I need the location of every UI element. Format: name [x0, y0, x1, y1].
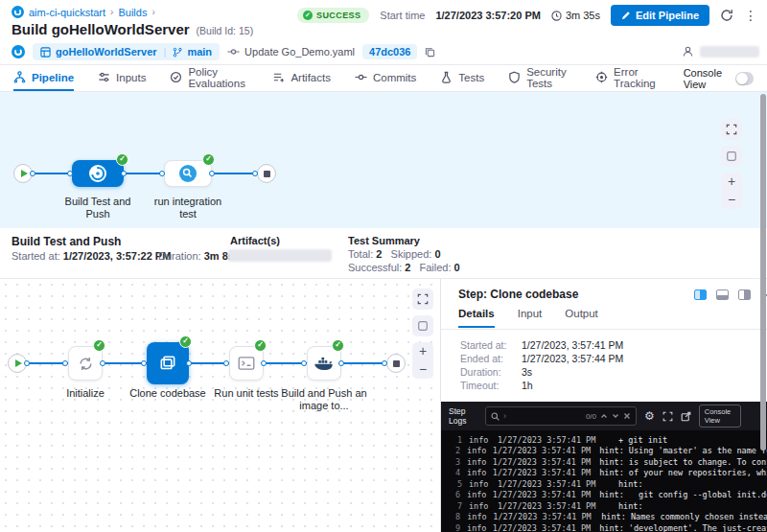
next-match-icon[interactable] [612, 412, 619, 420]
tab-label: Error Tracking [614, 66, 660, 89]
log-num: 7 [447, 501, 462, 511]
breadcrumb-project-link[interactable]: aim-ci-quickstart [29, 7, 105, 18]
step-node-clone-codebase[interactable] [147, 342, 189, 384]
zoom-out-button[interactable]: − [728, 191, 735, 209]
tab-policy-evaluations[interactable]: Policy Evaluations [170, 65, 248, 91]
tab-details[interactable]: Details [458, 308, 495, 328]
commit-hash-link[interactable]: 47dc036 [362, 44, 417, 59]
tab-output[interactable]: Output [565, 308, 598, 328]
port [24, 360, 30, 366]
log-msg: hint: [618, 501, 643, 511]
fit-to-screen-icon[interactable] [721, 146, 742, 167]
refresh-icon[interactable] [720, 9, 733, 22]
step-panel-title: Step: Clone codebase [458, 288, 578, 301]
log-msg: hint: git config --global init.defaul [599, 490, 767, 499]
tab-tests[interactable]: Tests [440, 65, 484, 91]
step-label[interactable]: Initialize [52, 387, 119, 400]
log-search-input[interactable]: › 0/0 [485, 406, 637, 426]
step-graph-canvas[interactable]: ✓ ✓ ✓ ✓ Initialize Clone codebase Run un… [0, 278, 441, 532]
stage-graph-canvas[interactable]: ✓ ✓ Build Test and Push run integration … [0, 92, 767, 228]
field-value: 1/27/2023, 3:57:44 PM [522, 353, 623, 364]
port [382, 360, 387, 366]
total-value: 2 [376, 248, 382, 260]
zoom-controls: + − [721, 173, 742, 209]
step-label[interactable]: Build and Push an image to... [281, 387, 367, 412]
log-time: 1/27/2023 3:57:41 PM [493, 490, 592, 499]
tab-security-tests[interactable]: Security Tests [508, 65, 571, 91]
step-label[interactable]: Clone codebase [125, 387, 211, 400]
previous-match-icon[interactable] [600, 412, 608, 420]
log-msg: hint: Names commonly chosen instead of [601, 512, 767, 521]
tab-commits[interactable]: Commits [355, 65, 416, 91]
expand-canvas-icon[interactable] [721, 119, 742, 140]
tab-inputs[interactable]: Inputs [98, 65, 146, 91]
log-line: 6info1/27/2023 3:57:41 PMhint: git confi… [441, 490, 767, 501]
repo-branch-pill[interactable]: goHelloWorldServer | main [33, 43, 220, 60]
stage-canvas-controls: + − [721, 119, 742, 209]
inputs-icon [98, 71, 110, 83]
zoom-in-button[interactable]: + [419, 342, 427, 360]
step-logs-console: Step Logs › 0/0 ⚙ Console View 1info1/27… [441, 402, 767, 532]
repo-name: goHelloWorldServer [56, 46, 157, 58]
log-num: 8 [447, 512, 460, 521]
stage-label[interactable]: Build Test and Push [55, 196, 141, 220]
tab-label: Commits [373, 72, 416, 83]
zoom-out-button[interactable]: − [419, 360, 427, 379]
split-view-icon[interactable] [694, 289, 707, 300]
branch-icon [173, 47, 182, 58]
pipeline-end-node[interactable] [257, 164, 276, 183]
chevron-right-icon: › [151, 7, 154, 17]
edit-pipeline-button[interactable]: Edit Pipeline [611, 5, 709, 26]
log-line: 9info1/27/2023 3:57:41 PMhint: 'developm… [441, 522, 767, 532]
toggle-knob [736, 73, 748, 84]
step-label[interactable]: Run unit tests [208, 387, 285, 400]
tab-label: Artifacts [291, 72, 331, 83]
page-scrollbar[interactable] [760, 94, 766, 451]
step-logs-tab[interactable]: Step Logs [449, 406, 477, 426]
started-label: Started at: [12, 250, 60, 262]
log-num: 1 [447, 435, 462, 445]
stage-duration: Duration: 3m 8s [158, 250, 234, 262]
expand-canvas-icon[interactable] [412, 289, 433, 310]
stage-end-node[interactable] [386, 354, 406, 373]
tab-artifacts[interactable]: Artifacts [272, 65, 331, 91]
start-time-value: 1/27/2023 3:57:20 PM [435, 10, 540, 21]
docker-icon [314, 356, 335, 372]
log-time: 1/27/2023 3:57:41 PM [493, 446, 592, 455]
zoom-controls: + − [412, 342, 433, 379]
user-avatar-icon[interactable] [682, 45, 694, 58]
console-header: Step Logs › 0/0 ⚙ Console View [441, 402, 767, 430]
user-name-redacted [700, 46, 759, 58]
console-view-button[interactable]: Console View [699, 405, 741, 428]
tab-error-tracking[interactable]: Error Tracking [595, 65, 660, 91]
copy-icon[interactable] [425, 47, 435, 58]
stage-details-title: Build Test and Push [12, 235, 121, 248]
tab-input[interactable]: Input [518, 308, 543, 328]
stage-connector-line [23, 173, 267, 174]
success-check-icon: ✓ [179, 335, 192, 348]
zoom-in-button[interactable]: + [728, 173, 735, 191]
tab-pipeline[interactable]: Pipeline [13, 65, 74, 91]
log-settings-gear-icon[interactable]: ⚙ [644, 409, 655, 423]
bottom-view-icon[interactable] [716, 289, 729, 300]
error-tracking-icon [595, 71, 608, 83]
divider [441, 329, 767, 330]
log-lines[interactable]: 1info1/27/2023 3:57:41 PM+ git init2info… [441, 434, 767, 532]
breadcrumb-builds-link[interactable]: Builds [118, 7, 147, 18]
port [100, 360, 105, 366]
successful-value: 2 [405, 262, 410, 273]
step-details-panel: Step: Clone codebase Details Input Outpu… [441, 278, 767, 532]
fit-to-screen-icon[interactable] [412, 315, 433, 336]
fullscreen-icon[interactable] [662, 411, 673, 422]
stage-label[interactable]: run integration test [147, 196, 229, 220]
log-time: 1/27/2023 3:57:41 PM [498, 501, 611, 511]
open-raw-logs-icon[interactable] [681, 411, 691, 422]
chevron-right-icon: › [110, 7, 113, 17]
stage-node-build-test-and-push[interactable] [72, 160, 124, 187]
more-options-icon[interactable]: ⋮ [744, 8, 757, 23]
clear-search-icon[interactable] [623, 412, 631, 420]
right-view-icon[interactable] [738, 289, 751, 300]
console-view-toggle[interactable] [735, 72, 754, 85]
build-page: aim-ci-quickstart › Builds › ✓ SUCCESS S… [0, 0, 767, 532]
status-badge: ✓ SUCCESS [297, 8, 369, 23]
